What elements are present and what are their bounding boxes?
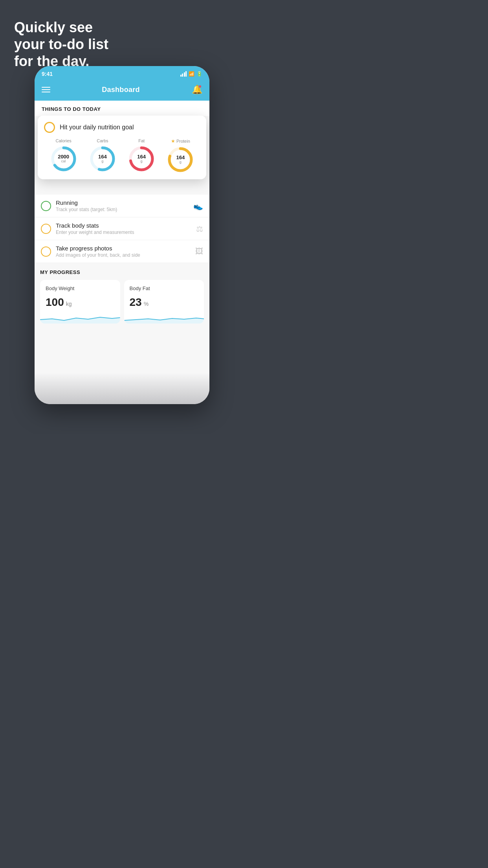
photo-icon: 🖼 xyxy=(195,247,203,256)
battery-icon: 🔋 xyxy=(196,71,202,77)
todo-list: Running Track your stats (target: 5km) 👟… xyxy=(35,195,209,263)
notification-bell-button[interactable]: 🔔 xyxy=(191,84,202,95)
progress-card-weight[interactable]: Body Weight 100 kg xyxy=(40,280,120,324)
nut-protein-label: Protein xyxy=(176,139,190,143)
things-to-do-header: THINGS TO DO TODAY xyxy=(35,101,209,116)
progress-card-fat-title: Body Fat xyxy=(130,285,199,291)
fat-mini-chart xyxy=(124,312,204,324)
todo-subtitle-running: Track your stats (target: 5km) xyxy=(56,207,189,212)
todo-title-body-stats: Track body stats xyxy=(56,222,191,229)
menu-button[interactable] xyxy=(42,87,50,92)
progress-section-header: MY PROGRESS xyxy=(40,269,204,275)
nut-calories-value: 2000 xyxy=(58,154,69,160)
nutrition-circles-row: Calories 2000 cal Carbs xyxy=(44,138,200,173)
phone-content: THINGS TO DO TODAY Hit your daily nutrit… xyxy=(35,101,209,404)
progress-section: MY PROGRESS Body Weight 100 kg xyxy=(35,263,209,324)
nut-carbs-value: 164 xyxy=(98,154,107,160)
progress-card-weight-value-row: 100 kg xyxy=(46,296,115,309)
nut-fat-label: Fat xyxy=(138,138,145,143)
nut-carbs: Carbs 164 g xyxy=(89,138,116,172)
nut-protein-value: 164 xyxy=(176,155,185,160)
status-time: 9:41 xyxy=(42,71,53,77)
hero-line2: your to-do list xyxy=(14,36,108,53)
hero-text: Quickly see your to-do list for the day. xyxy=(14,19,108,70)
todo-text-progress-photos: Take progress photos Add images of your … xyxy=(56,245,191,258)
shadow-overlay xyxy=(35,373,209,404)
weight-mini-chart xyxy=(40,312,120,324)
status-icons: 📶 🔋 xyxy=(180,71,203,77)
nav-title: Dashboard xyxy=(102,86,140,94)
todo-item-running[interactable]: Running Track your stats (target: 5km) 👟 xyxy=(35,195,209,217)
todo-circle-running xyxy=(41,201,51,211)
nut-protein-donut: 164 g xyxy=(167,146,194,173)
todo-title-progress-photos: Take progress photos xyxy=(56,245,191,252)
progress-cards-row: Body Weight 100 kg Body Fat xyxy=(40,280,204,324)
nut-carbs-label: Carbs xyxy=(97,138,108,143)
status-bar: 9:41 📶 🔋 xyxy=(35,66,209,80)
progress-card-fat-value-row: 23 % xyxy=(130,296,199,309)
notification-dot xyxy=(198,85,202,88)
running-icon: 👟 xyxy=(193,201,203,211)
nutrition-card-title-row: Hit your daily nutrition goal xyxy=(44,122,200,133)
todo-circle-body-stats xyxy=(41,224,51,234)
progress-card-fat[interactable]: Body Fat 23 % xyxy=(124,280,204,324)
nutrition-check-circle xyxy=(44,122,55,133)
phone-mockup: 9:41 📶 🔋 Dashboard 🔔 THINGS TO DO TODAY xyxy=(35,66,209,404)
nut-fat: Fat 164 g xyxy=(128,138,155,172)
progress-fat-unit: % xyxy=(144,301,149,307)
nut-protein-unit: g xyxy=(176,160,185,164)
progress-fat-value: 23 xyxy=(130,296,142,309)
todo-subtitle-progress-photos: Add images of your front, back, and side xyxy=(56,252,191,258)
progress-card-weight-title: Body Weight xyxy=(46,285,115,291)
signal-icon xyxy=(180,71,187,77)
progress-weight-value: 100 xyxy=(46,296,64,309)
todo-circle-progress-photos xyxy=(41,246,51,257)
nut-protein: ★ Protein 164 g xyxy=(167,138,194,173)
nut-carbs-unit: g xyxy=(98,160,107,164)
todo-item-body-stats[interactable]: Track body stats Enter your weight and m… xyxy=(35,217,209,240)
todo-subtitle-body-stats: Enter your weight and measurements xyxy=(56,230,191,235)
nut-calories: Calories 2000 cal xyxy=(50,138,77,172)
scale-icon: ⚖ xyxy=(196,224,203,234)
nut-calories-label: Calories xyxy=(55,138,71,143)
nut-protein-label-row: ★ Protein xyxy=(171,138,190,144)
nutrition-card[interactable]: Hit your daily nutrition goal Calories 2… xyxy=(38,116,206,179)
nut-fat-unit: g xyxy=(137,160,146,164)
todo-text-running: Running Track your stats (target: 5km) xyxy=(56,199,189,212)
todo-text-body-stats: Track body stats Enter your weight and m… xyxy=(56,222,191,235)
nut-fat-donut: 164 g xyxy=(128,145,155,172)
protein-star-icon: ★ xyxy=(171,138,175,144)
nut-carbs-donut: 164 g xyxy=(89,145,116,172)
todo-title-running: Running xyxy=(56,199,189,206)
progress-weight-unit: kg xyxy=(66,301,72,307)
nav-bar: Dashboard 🔔 xyxy=(35,80,209,101)
nut-calories-unit: cal xyxy=(58,160,69,164)
todo-item-progress-photos[interactable]: Take progress photos Add images of your … xyxy=(35,240,209,263)
nut-calories-donut: 2000 cal xyxy=(50,145,77,172)
wifi-icon: 📶 xyxy=(189,71,194,77)
nutrition-card-title-text: Hit your daily nutrition goal xyxy=(60,124,134,131)
nut-fat-value: 164 xyxy=(137,154,146,160)
hero-line1: Quickly see xyxy=(14,19,108,36)
svg-marker-9 xyxy=(124,318,204,324)
